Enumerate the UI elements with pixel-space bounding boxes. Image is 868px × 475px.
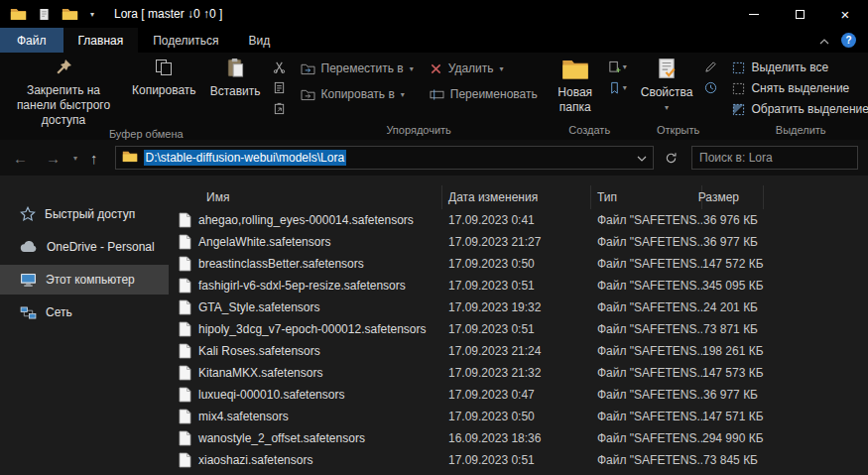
paste-button[interactable]: Вставить [203,53,268,99]
move-to-button[interactable]: Переместить в ▾ [301,61,414,75]
delete-button[interactable]: Удалить ▾ [430,61,538,75]
file-icon [179,343,191,359]
select-all-button[interactable]: Выделить все [732,60,868,74]
chevron-down-icon: ▾ [623,62,627,71]
tab-file[interactable]: Файл [0,28,63,53]
file-row[interactable]: xiaoshazi.safetensors 17.09.2023 0:51 Фа… [177,449,868,471]
file-icon [179,409,191,424]
copy-path-button[interactable] [273,81,286,94]
file-row[interactable]: Kali Roses.safetensors 17.09.2023 21:24 … [177,340,868,362]
invert-selection-button[interactable]: Обратить выделение [732,102,868,116]
new-folder-button[interactable]: Новая папка [548,53,603,115]
forward-button[interactable]: → [39,150,67,167]
ribbon-group-label-organize: Упорядочить [293,124,546,140]
explorer-window: ▾ Lora [ master ↓0 ↑0 ] × Файл Главная П… [0,0,868,475]
qat-new-folder-icon[interactable] [62,7,78,21]
maximize-button[interactable] [777,0,822,28]
sidebar-item-onedrive[interactable]: OneDrive - Personal [0,232,169,262]
close-button[interactable]: × [822,0,868,28]
ribbon-tabs: Файл Главная Поделиться Вид ? [0,28,868,53]
file-row[interactable]: mix4.safetensors 17.09.2023 0:50 Файл "S… [177,406,868,427]
file-row[interactable]: KitanaMKX.safetensors 17.09.2023 21:32 Ф… [177,362,868,384]
tab-home[interactable]: Главная [63,28,139,53]
copy-to-button[interactable]: Копировать в ▾ [301,87,414,101]
tab-share[interactable]: Поделиться [138,28,233,53]
back-button[interactable]: ← [6,150,35,167]
file-row[interactable]: AngelaWhite.safetensors 17.09.2023 21:27… [177,231,868,253]
file-icon [179,278,191,294]
file-row[interactable]: ahegao,rolling_eyes-000014.safetensors 1… [177,209,868,231]
new-item-button[interactable]: ▾ [608,60,627,73]
file-type: Файл "SAFETENS... [591,235,702,249]
file-type: Файл "SAFETENS... [591,279,702,293]
column-header-date[interactable]: Дата изменения [442,185,591,209]
cut-button[interactable] [273,60,286,73]
app-folder-icon[interactable] [10,7,27,21]
recent-locations-dropdown[interactable]: ▾ [71,154,79,163]
ribbon-group-open: Свойства ▾ Открыть [634,53,723,140]
paste-label: Вставить [210,84,261,99]
file-icon [179,321,191,337]
sidebar-item-quick-access[interactable]: Быстрый доступ [0,199,169,229]
copy-button[interactable]: Копировать [125,53,203,98]
easy-access-button[interactable]: ▾ [608,81,627,94]
properties-icon [657,58,677,82]
help-button[interactable]: ? [841,33,856,48]
file-size: 36 976 КБ [702,213,764,227]
column-header-size[interactable]: Размер [702,185,764,209]
file-name: KitanaMKX.safetensors [198,366,322,380]
file-row[interactable]: fashigirl-v6-sdxl-5ep-resize.safetensors… [177,275,868,297]
file-name: Kali Roses.safetensors [198,344,320,358]
rename-button[interactable]: Переименовать [430,87,538,101]
file-name: xiaoshazi.safetensors [198,453,312,467]
chevron-down-icon: ▾ [500,64,504,73]
file-row[interactable]: GTA_Style.safetensors 17.09.2023 19:32 Ф… [177,297,868,318]
column-header-name[interactable]: Имя [177,185,442,209]
pin-to-quick-access-button[interactable]: Закрепить на панели быстрого доступа [2,53,125,128]
sidebar-item-network[interactable]: Сеть [0,297,169,327]
file-size: 73 845 КБ [702,453,764,467]
file-type: Файл "SAFETENS... [591,431,702,445]
file-size: 24 201 КБ [702,300,764,314]
paste-shortcut-button[interactable] [273,102,286,115]
copy-to-icon [301,88,315,101]
file-name: luxueqi-000010.safetensors [198,388,344,402]
new-item-icon [608,60,621,73]
clear-selection-button[interactable]: Снять выделение [732,81,868,95]
refresh-button[interactable] [658,146,683,170]
file-date: 17.09.2023 0:51 [442,279,591,293]
minimize-button[interactable] [731,0,777,28]
new-folder-icon [561,58,589,82]
file-name: GTA_Style.safetensors [198,300,320,314]
content-area: Быстрый доступ OneDrive - Personal Этот … [0,176,868,475]
sidebar-item-this-pc[interactable]: Этот компьютер [0,265,169,295]
address-bar[interactable]: D:\stable-diffusion-webui\models\Lora [115,146,654,170]
edit-button[interactable] [704,60,717,73]
file-date: 17.09.2023 21:27 [442,235,591,249]
network-icon [20,306,37,319]
history-button[interactable] [704,81,717,94]
properties-button[interactable]: Свойства ▾ [634,53,700,112]
file-row[interactable]: wanostyle_2_offset.safetensors 16.09.202… [177,427,868,449]
ribbon-collapse-icon[interactable] [819,34,829,48]
file-name: breastinclassBetter.safetensors [198,257,364,271]
file-row[interactable]: breastinclassBetter.safetensors 17.09.20… [177,253,868,275]
qat-properties-icon[interactable] [39,8,50,21]
qat-customize-dropdown-icon[interactable]: ▾ [90,10,94,19]
file-row[interactable]: luxueqi-000010.safetensors 17.09.2023 0:… [177,384,868,406]
invert-selection-label: Обратить выделение [751,102,868,116]
file-size: 294 990 КБ [702,431,764,445]
refresh-icon [665,152,678,165]
copy-path-icon [273,81,286,94]
search-input[interactable] [699,151,850,165]
ribbon-group-select: Выделить все Снять выделение Обратить вы… [724,53,868,140]
address-dropdown-icon[interactable] [637,151,647,165]
file-name: fashigirl-v6-sdxl-5ep-resize.safetensors [198,279,406,293]
column-header-type[interactable]: Тип [591,185,702,209]
ribbon-group-label-new: Создать [548,124,632,140]
ribbon-group-label-select: Выделить [724,124,868,140]
tab-view[interactable]: Вид [233,28,285,53]
file-name: ahegao,rolling_eyes-000014.safetensors [198,213,414,227]
up-button[interactable]: ↑ [83,150,105,167]
file-row[interactable]: hipoly_3dcg_v7-epoch-000012.safetensors … [177,318,868,340]
